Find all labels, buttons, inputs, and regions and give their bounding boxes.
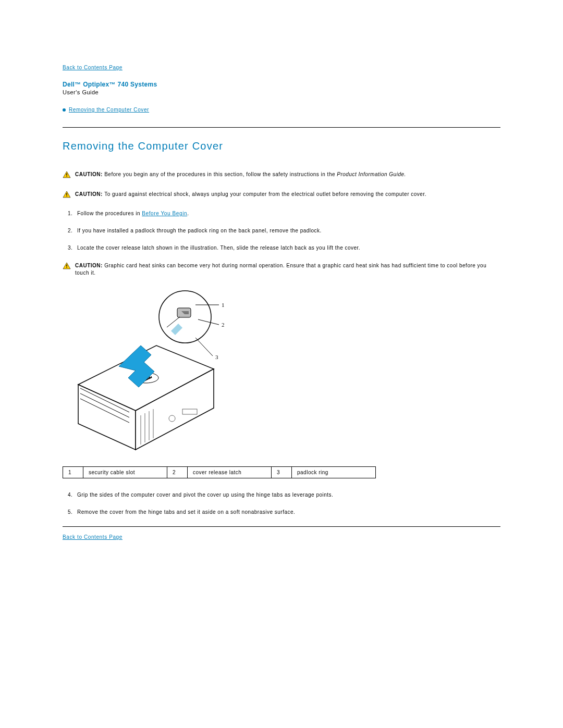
section-heading: Removing the Computer Cover bbox=[63, 140, 500, 152]
step-text: . bbox=[187, 211, 189, 216]
caution-icon bbox=[63, 262, 71, 270]
callout-label: security cable slot bbox=[83, 467, 167, 478]
step-item: Locate the cover release latch shown in … bbox=[63, 245, 500, 251]
svg-rect-4 bbox=[66, 193, 67, 195]
before-you-begin-link[interactable]: Before You Begin bbox=[142, 211, 187, 216]
step-item: Grip the sides of the computer cover and… bbox=[63, 492, 500, 498]
caution-icon bbox=[63, 171, 71, 179]
caution-label: CAUTION: bbox=[75, 171, 104, 177]
toc-removing-cover-link[interactable]: Removing the Computer Cover bbox=[69, 107, 149, 113]
callout-number: 1 bbox=[222, 302, 225, 308]
caution-text: To guard against electrical shock, alway… bbox=[104, 191, 426, 197]
caution-text-italic: Product Information Guide. bbox=[337, 171, 406, 177]
step-text: Follow the procedures in bbox=[77, 211, 142, 216]
svg-rect-20 bbox=[182, 409, 197, 414]
step-item: If you have installed a padlock through … bbox=[63, 228, 500, 233]
svg-rect-8 bbox=[66, 267, 67, 268]
caution-block: CAUTION: Before you begin any of the pro… bbox=[63, 171, 500, 179]
svg-point-19 bbox=[169, 415, 175, 422]
bullet-icon bbox=[63, 108, 66, 112]
back-to-contents-top-link[interactable]: Back to Contents Page bbox=[63, 65, 123, 70]
svg-line-14 bbox=[195, 338, 213, 356]
svg-rect-5 bbox=[66, 196, 67, 196]
callout-table: 1 security cable slot 2 cover release la… bbox=[63, 466, 376, 478]
callout-number: 3 bbox=[215, 354, 218, 360]
computer-cover-illustration: 1 2 3 bbox=[63, 288, 500, 456]
svg-rect-1 bbox=[66, 174, 67, 176]
back-to-contents-bottom-link[interactable]: Back to Contents Page bbox=[63, 534, 123, 540]
caution-block: CAUTION: To guard against electrical sho… bbox=[63, 191, 500, 199]
divider bbox=[63, 127, 500, 128]
callout-label: cover release latch bbox=[188, 467, 272, 478]
divider bbox=[63, 526, 500, 527]
svg-rect-2 bbox=[66, 176, 67, 177]
caution-block: CAUTION: Graphic card heat sinks can bec… bbox=[63, 262, 500, 277]
step-item: Remove the cover from the hinge tabs and… bbox=[63, 509, 500, 515]
caution-text: Before you begin any of the procedures i… bbox=[104, 171, 337, 177]
callout-num: 2 bbox=[167, 467, 188, 478]
callout-label: padlock ring bbox=[292, 467, 376, 478]
table-row: 1 security cable slot 2 cover release la… bbox=[63, 467, 376, 478]
caution-label: CAUTION: bbox=[75, 263, 104, 268]
caution-text: Graphic card heat sinks can become very … bbox=[75, 263, 486, 276]
product-title: Dell™ Optiplex™ 740 Systems bbox=[63, 81, 500, 88]
step-item: Follow the procedures in Before You Begi… bbox=[63, 211, 500, 216]
callout-number: 2 bbox=[222, 322, 225, 328]
caution-icon bbox=[63, 191, 71, 199]
callout-num: 3 bbox=[272, 467, 292, 478]
product-subtitle: User's Guide bbox=[63, 89, 500, 95]
svg-rect-7 bbox=[66, 265, 67, 267]
callout-num: 1 bbox=[63, 467, 83, 478]
caution-label: CAUTION: bbox=[75, 191, 104, 197]
